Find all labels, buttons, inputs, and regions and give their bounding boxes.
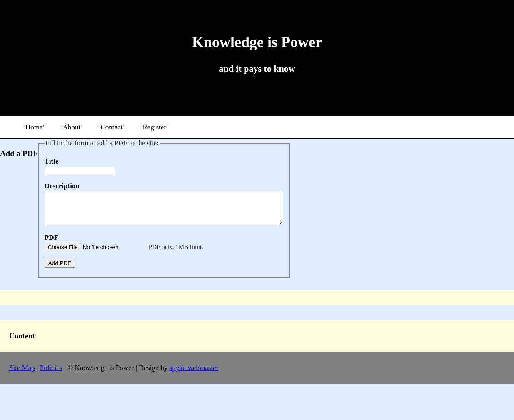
nav-register[interactable]: 'Register' — [141, 123, 167, 132]
form-legend: Fill in the form to add a PDF to the sit… — [45, 139, 160, 147]
nav-contact[interactable]: 'Contact' — [99, 123, 124, 132]
pdf-file-input[interactable] — [45, 243, 149, 251]
form-fieldset: Fill in the form to add a PDF to the sit… — [38, 139, 290, 278]
gap — [0, 305, 514, 320]
add-pdf-form: Fill in the form to add a PDF to the sit… — [38, 139, 290, 278]
nav-home[interactable]: 'Home' — [24, 123, 44, 132]
file-note: PDF only, 1MB limit. — [149, 244, 203, 251]
site-title: Knowledge is Power — [0, 33, 514, 51]
title-input[interactable] — [45, 167, 115, 175]
main-content: Add a PDF Fill in the form to add a PDF … — [0, 139, 514, 290]
page-heading: Add a PDF — [0, 149, 38, 158]
content-heading: Content — [9, 332, 514, 340]
divider-bar — [0, 290, 514, 305]
footer-design-link[interactable]: spyka webmaster — [170, 364, 219, 372]
nav-about[interactable]: 'About' — [62, 123, 82, 132]
footer: Site Map | Policies © Knowledge is Power… — [0, 352, 514, 384]
main-nav: 'Home' 'About' 'Contact' 'Register' — [0, 116, 514, 139]
footer-separator: | — [37, 364, 40, 372]
footer-policies-link[interactable]: Policies — [40, 364, 62, 372]
description-input[interactable] — [45, 191, 283, 225]
header: Knowledge is Power and it pays to know — [0, 0, 514, 116]
footer-copyright: © Knowledge is Power | Design by — [67, 364, 169, 372]
content-section: Content — [0, 320, 514, 352]
title-label: Title — [45, 157, 283, 166]
description-label: Description — [45, 182, 283, 190]
site-subtitle: and it pays to know — [0, 63, 514, 74]
pdf-label: PDF — [45, 234, 283, 242]
footer-sitemap-link[interactable]: Site Map — [9, 364, 35, 372]
submit-button[interactable] — [45, 259, 75, 268]
